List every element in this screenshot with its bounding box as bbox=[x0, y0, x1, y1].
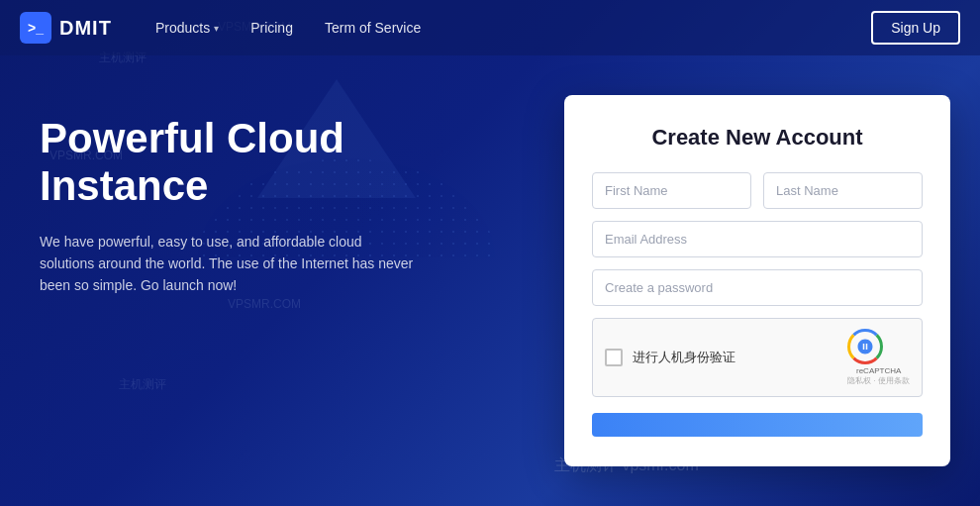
nav-links: Products ▾ Pricing Term of Service bbox=[142, 12, 871, 44]
recaptcha-sub-text: 隐私权 · 使用条款 bbox=[847, 375, 910, 386]
navbar: >_ DMIT Products ▾ Pricing Term of Servi… bbox=[0, 0, 980, 55]
hero-title: Powerful Cloud Instance bbox=[40, 115, 436, 211]
recaptcha-logo bbox=[847, 329, 883, 364]
email-input[interactable] bbox=[592, 221, 923, 257]
logo-text: DMIT bbox=[59, 17, 112, 40]
recaptcha-left: 进行人机身份验证 bbox=[605, 349, 735, 366]
name-row bbox=[592, 172, 923, 209]
logo-icon: >_ bbox=[20, 12, 51, 44]
recaptcha-label: 进行人机身份验证 bbox=[633, 349, 735, 366]
recaptcha-icon bbox=[856, 338, 874, 355]
logo-icon-text: >_ bbox=[28, 20, 44, 36]
signup-form-card: Create New Account 进行人机身份验证 r bbox=[564, 95, 950, 466]
hero-description: We have powerful, easy to use, and affor… bbox=[40, 231, 416, 297]
hero-section: Powerful Cloud Instance We have powerful… bbox=[40, 95, 564, 297]
nav-products[interactable]: Products ▾ bbox=[142, 12, 233, 44]
nav-terms[interactable]: Term of Service bbox=[311, 12, 435, 44]
recaptcha-checkbox[interactable] bbox=[605, 349, 623, 366]
signup-button[interactable]: Sign Up bbox=[871, 11, 960, 45]
form-title: Create New Account bbox=[592, 125, 923, 151]
password-input[interactable] bbox=[592, 269, 923, 306]
submit-button[interactable] bbox=[592, 413, 923, 437]
chevron-down-icon: ▾ bbox=[214, 23, 219, 34]
nav-pricing[interactable]: Pricing bbox=[237, 12, 307, 44]
recaptcha-brand-text: reCAPTCHA bbox=[847, 366, 910, 375]
logo-area[interactable]: >_ DMIT bbox=[20, 12, 112, 44]
recaptcha-box[interactable]: 进行人机身份验证 reCAPTCHA 隐私权 · 使用条款 bbox=[592, 318, 923, 397]
last-name-input[interactable] bbox=[763, 172, 923, 209]
email-group bbox=[592, 221, 923, 257]
password-group bbox=[592, 269, 923, 306]
first-name-input[interactable] bbox=[592, 172, 751, 209]
recaptcha-right: reCAPTCHA 隐私权 · 使用条款 bbox=[847, 329, 910, 386]
main-content: Powerful Cloud Instance We have powerful… bbox=[0, 55, 980, 506]
